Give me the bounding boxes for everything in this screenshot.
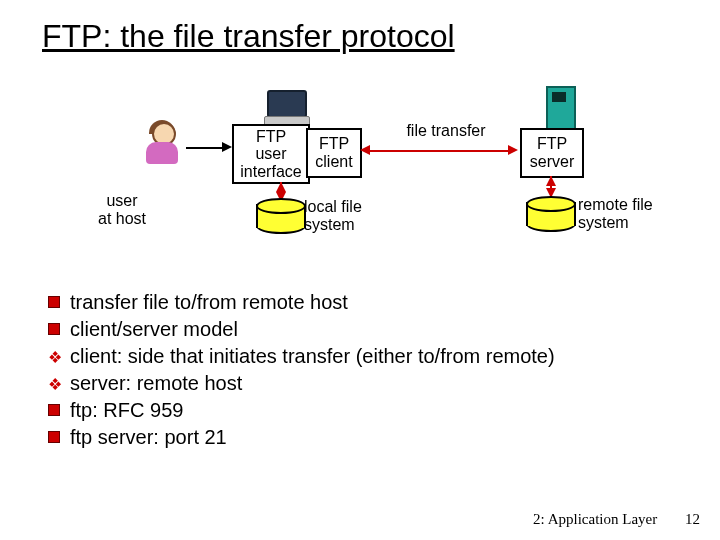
server-icon xyxy=(540,86,580,130)
arrow-user-to-ui xyxy=(186,147,224,149)
arrowhead-right-icon xyxy=(508,145,518,155)
bullet-item: ftp server: port 21 xyxy=(48,425,678,450)
user-icon xyxy=(140,120,184,166)
ftp-diagram: FTP user interface FTP client file trans… xyxy=(0,90,720,270)
computer-icon xyxy=(265,90,309,128)
ftp-server-label: FTP server xyxy=(530,135,574,170)
bullet-item: client/server model xyxy=(48,317,678,342)
sub-bullet-text: side that initiates transfer (either to/… xyxy=(122,345,554,367)
bullet-text: ftp: RFC 959 xyxy=(70,399,183,421)
slide-footer: 2: Application Layer 12 xyxy=(533,511,700,528)
bullet-text: transfer file to/from remote host xyxy=(70,291,348,313)
file-transfer-label: file transfer xyxy=(386,122,506,140)
remote-disk-icon xyxy=(526,196,576,232)
ftp-server-box: FTP server xyxy=(520,128,584,178)
footer-chapter: 2: Application Layer xyxy=(533,511,657,527)
sub-bullet-prefix: server: xyxy=(70,372,131,394)
remote-fs-label: remote file system xyxy=(578,196,688,232)
sub-bullet-prefix: client: xyxy=(70,345,122,367)
ftp-client-label: FTP client xyxy=(315,135,352,170)
local-fs-label: local file system xyxy=(304,198,394,234)
arrowhead-left-icon xyxy=(360,145,370,155)
ftp-client-box: FTP client xyxy=(306,128,362,178)
bullet-text: ftp server: port 21 xyxy=(70,426,227,448)
ftp-ui-label: FTP user interface xyxy=(240,128,301,181)
ftp-user-interface-box: FTP user interface xyxy=(232,124,310,184)
bullet-list: transfer file to/from remote host client… xyxy=(48,290,678,452)
user-at-host-label: user at host xyxy=(82,192,162,228)
sub-bullet-item: client: side that initiates transfer (ei… xyxy=(48,344,678,369)
bullet-item: transfer file to/from remote host xyxy=(48,290,678,315)
bullet-text: client/server model xyxy=(70,318,238,340)
arrowhead-right-icon xyxy=(222,142,232,152)
file-transfer-arrow xyxy=(370,150,510,152)
slide-title: FTP: the file transfer protocol xyxy=(42,18,455,55)
local-disk-icon xyxy=(256,198,306,234)
page-number: 12 xyxy=(685,511,700,528)
slide: FTP: the file transfer protocol FTP user… xyxy=(0,0,720,540)
sub-bullet-text: remote host xyxy=(131,372,242,394)
sub-bullet-item: server: remote host xyxy=(48,371,678,396)
bullet-item: ftp: RFC 959 xyxy=(48,398,678,423)
